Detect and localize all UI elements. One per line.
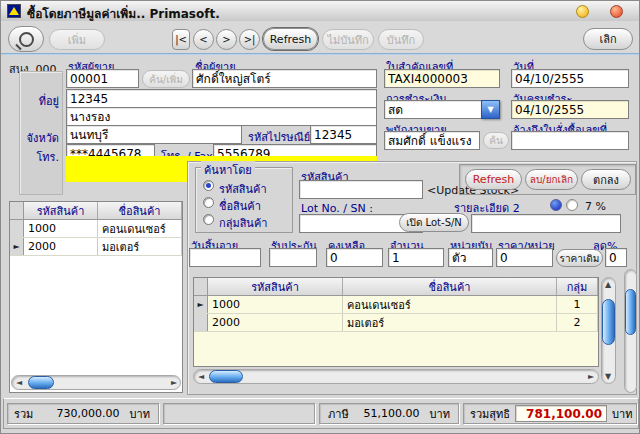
unit-field[interactable] bbox=[448, 248, 493, 267]
vendor-code-field[interactable] bbox=[66, 69, 139, 88]
net-total-value: 781,100.00 bbox=[515, 405, 607, 422]
old-price-button[interactable]: ราคาเดิม bbox=[556, 249, 603, 267]
address-label: ที่อยู่ bbox=[21, 92, 59, 110]
postal-field[interactable] bbox=[310, 125, 377, 144]
date-field[interactable] bbox=[511, 69, 629, 88]
vat-panel: ภาษี 51,100.00 บาท bbox=[319, 403, 459, 424]
cell-name: มอเตอร์ bbox=[98, 238, 182, 255]
cell-code: 1000 bbox=[24, 220, 98, 237]
app-icon bbox=[7, 4, 21, 18]
radio-by-name-label: ชื่อสินค้า bbox=[219, 197, 261, 215]
warning-triangle-icon bbox=[9, 7, 19, 15]
detail2-field[interactable] bbox=[471, 214, 621, 233]
row-marker-cell bbox=[194, 314, 208, 331]
expiry-field[interactable] bbox=[189, 248, 261, 267]
scroll-right-icon[interactable]: ► bbox=[588, 373, 594, 381]
product-code-field[interactable] bbox=[299, 180, 423, 199]
po-ref-field[interactable] bbox=[511, 131, 629, 150]
payment-value: สด bbox=[388, 100, 403, 119]
search-icon bbox=[19, 32, 34, 47]
col-header-code[interactable]: รหัสสินค้า bbox=[208, 278, 343, 295]
due-date-field[interactable] bbox=[511, 100, 629, 119]
scroll-left-icon[interactable]: ◄ bbox=[198, 373, 204, 381]
search-button[interactable] bbox=[8, 26, 44, 52]
total-value: 730,000.00 bbox=[57, 407, 120, 420]
header-marker-cell bbox=[194, 278, 208, 295]
header-marker-cell bbox=[10, 202, 24, 219]
discount-field[interactable] bbox=[605, 248, 627, 267]
payment-dropdown-button[interactable]: ▼ bbox=[481, 100, 500, 119]
row-marker-icon: ► bbox=[194, 296, 208, 313]
col-header-name[interactable]: ชื่อสินค้า bbox=[98, 202, 182, 219]
quit-button[interactable]: เลิก bbox=[583, 28, 633, 50]
net-total-currency: บาท bbox=[612, 405, 632, 423]
refresh-button[interactable]: Refresh bbox=[263, 28, 318, 50]
table-row[interactable]: ► 1000 คอนเดนเซอร์ 1 bbox=[194, 296, 598, 314]
vat-value: 51,100.00 bbox=[364, 407, 420, 420]
save-button[interactable]: บันทึก bbox=[378, 29, 424, 50]
product-list-table: รหัสสินค้า ชื่อสินค้า 1000 คอนเดนเซอร์ ►… bbox=[9, 201, 183, 393]
total-panel: รวม 730,000.00 บาท bbox=[7, 403, 159, 424]
close-button[interactable] bbox=[610, 5, 623, 18]
remaining-field[interactable] bbox=[326, 248, 383, 267]
detail-table-hscrollbar[interactable] bbox=[193, 369, 599, 384]
radio-by-code[interactable] bbox=[203, 180, 214, 191]
nav-next-button[interactable]: > bbox=[216, 29, 237, 50]
nav-first-button[interactable]: |< bbox=[172, 29, 190, 50]
app-window: ซื้อโดยภาษีมูลค่าเพิ่ม.. Primasoft. เพิ่… bbox=[0, 0, 640, 434]
scroll-right-icon[interactable]: ► bbox=[171, 379, 177, 387]
vendor-name-field[interactable] bbox=[192, 69, 377, 88]
salesman-find-button[interactable]: ค้น bbox=[483, 132, 509, 149]
address-line2-field[interactable] bbox=[66, 107, 377, 126]
net-total-label: รวมสุทธิ bbox=[470, 405, 510, 423]
col-header-code[interactable]: รหัสสินค้า bbox=[24, 202, 98, 219]
cell-name: คอนเดนเซอร์ bbox=[98, 220, 182, 237]
total-label: รวม bbox=[14, 405, 33, 423]
cell-name: คอนเดนเซอร์ bbox=[343, 296, 557, 313]
detail-table-header: รหัสสินค้า ชื่อสินค้า กลุ่ม bbox=[194, 278, 598, 296]
radio-by-code-label: รหัสสินค้า bbox=[219, 180, 267, 198]
scroll-up-icon[interactable]: ▲ bbox=[605, 281, 611, 289]
hscroll-thumb[interactable] bbox=[209, 370, 243, 383]
cell-group: 2 bbox=[557, 314, 598, 331]
nav-last-button[interactable]: >| bbox=[239, 29, 260, 50]
cell-name: มอเตอร์ bbox=[343, 314, 557, 331]
minimize-button[interactable] bbox=[576, 5, 589, 18]
address-line1-field[interactable] bbox=[66, 89, 377, 108]
detail-refresh-button[interactable]: Refresh bbox=[465, 169, 522, 190]
ok-button[interactable]: ตกลง bbox=[581, 169, 631, 190]
col-header-group[interactable]: กลุ่ม bbox=[557, 278, 598, 295]
indicator-on-icon bbox=[550, 199, 562, 211]
find-add-button[interactable]: ค้น/เพิ่ม bbox=[142, 70, 190, 88]
radio-by-group[interactable] bbox=[203, 214, 214, 225]
table-row[interactable]: 2000 มอเตอร์ 2 bbox=[194, 314, 598, 332]
delete-cancel-button[interactable]: ลบ/ยกเลิก bbox=[525, 169, 578, 190]
unit-price-field[interactable] bbox=[496, 248, 553, 267]
scroll-down-icon[interactable]: ▼ bbox=[605, 373, 611, 381]
scroll-left-icon[interactable]: ◄ bbox=[16, 379, 22, 387]
warranty-field[interactable] bbox=[269, 248, 317, 267]
search-by-title: ค้นหาโดย bbox=[201, 161, 255, 179]
radio-by-name[interactable] bbox=[203, 197, 214, 208]
vat-currency: บาท bbox=[430, 405, 450, 423]
list-item[interactable]: ► 2000 มอเตอร์ bbox=[10, 238, 182, 256]
add-button[interactable]: เพิ่ม bbox=[49, 29, 105, 50]
title-bar: ซื้อโดยภาษีมูลค่าเพิ่ม.. Primasoft. bbox=[1, 1, 639, 22]
quantity-field[interactable] bbox=[388, 248, 444, 267]
open-lot-button[interactable]: เปิด Lot-S/N bbox=[399, 213, 469, 232]
row-marker-icon: ► bbox=[10, 238, 24, 255]
product-list-hscroll-thumb[interactable] bbox=[28, 376, 54, 389]
col-header-name[interactable]: ชื่อสินค้า bbox=[343, 278, 557, 295]
cell-code: 1000 bbox=[208, 296, 343, 313]
vat-percent-label: 7 % bbox=[585, 200, 606, 213]
vscroll-thumb[interactable] bbox=[602, 299, 615, 345]
spacer-panel bbox=[163, 403, 315, 424]
list-item[interactable]: 1000 คอนเดนเซอร์ bbox=[10, 220, 182, 238]
salesman-field[interactable] bbox=[384, 131, 480, 150]
province-label: จังหวัด bbox=[11, 129, 59, 147]
province-field[interactable] bbox=[66, 125, 242, 144]
doc-no-field[interactable] bbox=[384, 69, 500, 88]
no-save-button[interactable]: ไม่บันทึก bbox=[322, 29, 374, 50]
panel-vscroll-thumb[interactable] bbox=[625, 289, 636, 335]
nav-prev-button[interactable]: < bbox=[193, 29, 214, 50]
